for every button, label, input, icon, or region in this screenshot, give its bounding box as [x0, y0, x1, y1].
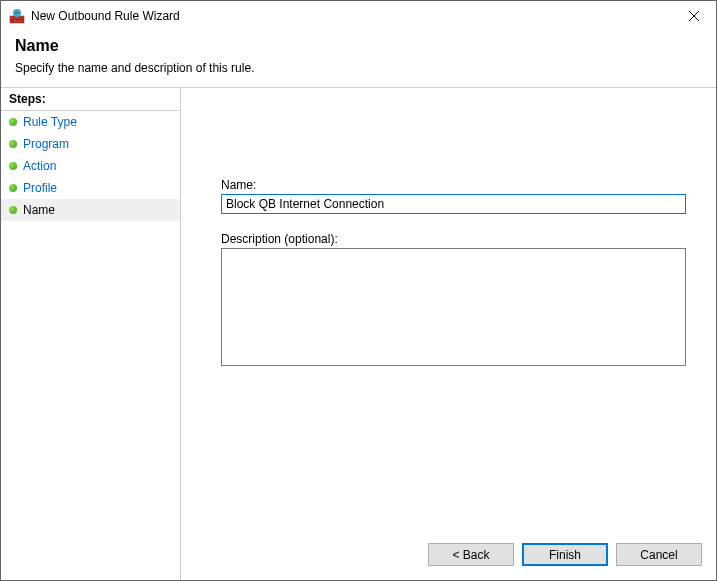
close-icon	[689, 11, 699, 21]
back-button[interactable]: < Back	[428, 543, 514, 566]
form-area: Name: Description (optional):	[221, 178, 686, 369]
step-bullet-icon	[9, 140, 17, 148]
close-button[interactable]	[671, 1, 716, 31]
steps-sidebar: Steps: Rule Type Program Action Profile …	[1, 88, 181, 580]
step-action[interactable]: Action	[1, 155, 180, 177]
step-bullet-icon	[9, 206, 17, 214]
titlebar: New Outbound Rule Wizard	[1, 1, 716, 31]
description-input[interactable]	[221, 248, 686, 366]
step-label: Action	[23, 159, 56, 173]
finish-button[interactable]: Finish	[522, 543, 608, 566]
step-bullet-icon	[9, 118, 17, 126]
step-profile[interactable]: Profile	[1, 177, 180, 199]
window-title: New Outbound Rule Wizard	[31, 9, 180, 23]
button-row: < Back Finish Cancel	[428, 543, 702, 566]
step-name[interactable]: Name	[1, 199, 180, 221]
firewall-icon	[9, 8, 25, 24]
description-label: Description (optional):	[221, 232, 686, 246]
wizard-window: New Outbound Rule Wizard Name Specify th…	[0, 0, 717, 581]
main-panel: Name: Description (optional): < Back Fin…	[181, 88, 716, 580]
cancel-button[interactable]: Cancel	[616, 543, 702, 566]
step-label: Profile	[23, 181, 57, 195]
step-label: Name	[23, 203, 55, 217]
step-label: Rule Type	[23, 115, 77, 129]
step-bullet-icon	[9, 162, 17, 170]
steps-header: Steps:	[1, 88, 180, 111]
step-label: Program	[23, 137, 69, 151]
step-program[interactable]: Program	[1, 133, 180, 155]
page-subtitle: Specify the name and description of this…	[15, 61, 702, 75]
wizard-header: Name Specify the name and description of…	[1, 31, 716, 87]
name-input[interactable]	[221, 194, 686, 214]
page-heading: Name	[15, 37, 702, 55]
step-rule-type[interactable]: Rule Type	[1, 111, 180, 133]
step-bullet-icon	[9, 184, 17, 192]
name-label: Name:	[221, 178, 686, 192]
wizard-body: Steps: Rule Type Program Action Profile …	[1, 87, 716, 580]
